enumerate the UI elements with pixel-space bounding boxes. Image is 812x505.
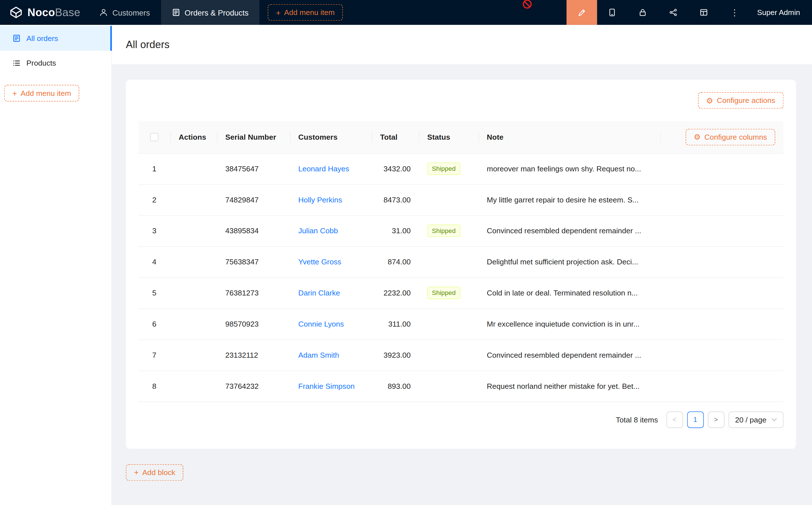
note-cell: Delightful met sufficient projection ask… bbox=[479, 246, 660, 277]
select-all-checkbox[interactable] bbox=[150, 133, 158, 141]
add-block-button[interactable]: + Add block bbox=[126, 464, 184, 481]
top-nav: Customers Orders & Products + Add menu i… bbox=[89, 0, 343, 25]
add-menu-item-button-sidebar[interactable]: + Add menu item bbox=[4, 85, 80, 102]
layout-icon bbox=[700, 8, 708, 16]
mobile-layout-button[interactable] bbox=[597, 0, 628, 25]
customer-link[interactable]: Yvette Gross bbox=[298, 258, 341, 266]
brand-bold: Noco bbox=[27, 6, 55, 18]
customer-link[interactable]: Adam Smith bbox=[298, 351, 339, 359]
table-header: Actions Serial Number Customers Total St… bbox=[138, 121, 784, 153]
serial-number-cell: 73764232 bbox=[217, 371, 290, 402]
chevron-down-icon bbox=[772, 418, 777, 421]
lock-button[interactable] bbox=[628, 0, 658, 25]
serial-number-cell: 43895834 bbox=[217, 215, 290, 246]
configure-columns-button[interactable]: ⚙ Configure columns bbox=[686, 129, 775, 145]
form-icon bbox=[172, 8, 180, 16]
table-row: 4 75638347 Yvette Gross 874.00 Delightfu… bbox=[138, 246, 784, 277]
row-index: 6 bbox=[138, 309, 170, 340]
row-index: 1 bbox=[138, 153, 170, 184]
trailing-cell bbox=[660, 184, 784, 215]
page-header: All orders bbox=[112, 25, 812, 64]
status-cell bbox=[419, 184, 479, 215]
note-cell: Cold in late or deal. Terminated resolut… bbox=[479, 277, 660, 309]
pagination-prev-button[interactable]: < bbox=[666, 411, 683, 428]
total-cell: 874.00 bbox=[372, 246, 419, 277]
customer-cell: Yvette Gross bbox=[290, 246, 372, 277]
list-icon bbox=[12, 59, 21, 67]
customer-link[interactable]: Holly Perkins bbox=[298, 196, 342, 204]
column-header-actions: Actions bbox=[170, 121, 217, 153]
nocobase-logo: NocoBase bbox=[0, 0, 89, 25]
add-menu-item-label: Add menu item bbox=[284, 8, 335, 16]
configure-columns-header-cell: ⚙ Configure columns bbox=[660, 121, 784, 153]
customer-link[interactable]: Julian Cobb bbox=[298, 227, 338, 235]
status-badge: Shipped bbox=[427, 163, 460, 175]
status-cell bbox=[419, 246, 479, 277]
sidebar-item-all-orders[interactable]: All orders bbox=[0, 26, 112, 51]
serial-number-cell: 75638347 bbox=[217, 246, 290, 277]
row-actions-cell bbox=[170, 340, 217, 371]
pagination-next-button[interactable]: > bbox=[708, 411, 724, 428]
row-actions-cell bbox=[170, 277, 217, 309]
customer-link[interactable]: Leonard Hayes bbox=[298, 165, 349, 173]
row-actions-cell bbox=[170, 153, 217, 184]
customer-cell: Adam Smith bbox=[290, 340, 372, 371]
more-menu-button[interactable]: ⋮ bbox=[719, 0, 750, 25]
app-body: All orders Products + Add menu item bbox=[0, 25, 812, 505]
table-row: 8 73764232 Frankie Simpson 893.00 Reques… bbox=[138, 371, 784, 402]
column-header-customers: Customers bbox=[290, 121, 372, 153]
trailing-cell bbox=[660, 340, 784, 371]
row-index: 3 bbox=[138, 215, 170, 246]
add-menu-item-button-top[interactable]: + Add menu item bbox=[268, 4, 343, 21]
row-index: 7 bbox=[138, 340, 170, 371]
orders-table: Actions Serial Number Customers Total St… bbox=[138, 121, 784, 402]
plus-icon: + bbox=[134, 468, 139, 476]
customer-link[interactable]: Frankie Simpson bbox=[298, 382, 355, 390]
add-menu-item-label: Add menu item bbox=[21, 89, 71, 97]
template-button[interactable] bbox=[689, 0, 719, 25]
user-menu[interactable]: Super Admin bbox=[750, 8, 812, 16]
status-cell bbox=[419, 309, 479, 340]
trailing-cell bbox=[660, 246, 784, 277]
configure-actions-label: Configure actions bbox=[717, 96, 776, 104]
api-button[interactable] bbox=[658, 0, 689, 25]
sidebar-item-products[interactable]: Products bbox=[0, 51, 112, 75]
gear-icon: ⚙ bbox=[694, 133, 701, 141]
orders-table-card: ⚙ Configure actions bbox=[126, 80, 796, 449]
sidebar-item-label: Products bbox=[26, 59, 56, 67]
pagination-page-1[interactable]: 1 bbox=[687, 411, 704, 428]
serial-number-cell: 38475647 bbox=[217, 153, 290, 184]
serial-number-cell: 98570923 bbox=[217, 309, 290, 340]
trailing-cell bbox=[660, 215, 784, 246]
configure-columns-label: Configure columns bbox=[704, 133, 767, 141]
column-header-status: Status bbox=[419, 121, 479, 153]
share-api-icon bbox=[669, 8, 678, 16]
customer-link[interactable]: Darin Clarke bbox=[298, 289, 340, 297]
status-cell: Shipped bbox=[419, 277, 479, 309]
note-cell: moreover man feelings own shy. Request n… bbox=[479, 153, 660, 184]
plus-icon: + bbox=[276, 8, 280, 16]
table-row: 7 23132112 Adam Smith 3923.00 Convinced … bbox=[138, 340, 784, 371]
content-area: ⚙ Configure actions bbox=[112, 64, 812, 505]
row-actions-cell bbox=[170, 309, 217, 340]
page-title: All orders bbox=[126, 38, 170, 50]
serial-number-cell: 76381273 bbox=[217, 277, 290, 309]
add-block-label: Add block bbox=[142, 468, 175, 476]
customer-link[interactable]: Connie Lyons bbox=[298, 320, 344, 328]
status-cell: Shipped bbox=[419, 153, 479, 184]
mobile-icon bbox=[608, 8, 617, 16]
note-cell: Mr excellence inquietude conviction is i… bbox=[479, 309, 660, 340]
row-actions-cell bbox=[170, 215, 217, 246]
trailing-cell bbox=[660, 371, 784, 402]
page-size-select[interactable]: 20 / page bbox=[728, 411, 783, 428]
nav-item-customers[interactable]: Customers bbox=[89, 0, 161, 25]
configure-actions-button[interactable]: ⚙ Configure actions bbox=[698, 92, 784, 109]
ui-editor-toggle-button[interactable] bbox=[566, 0, 597, 25]
brand-text: NocoBase bbox=[27, 6, 80, 19]
nav-item-label: Customers bbox=[112, 8, 150, 17]
brand-light: Base bbox=[55, 6, 80, 18]
note-cell: Convinced resembled dependent remainder … bbox=[479, 215, 660, 246]
nav-item-orders-products[interactable]: Orders & Products bbox=[161, 0, 259, 25]
customer-cell: Leonard Hayes bbox=[290, 153, 372, 184]
table-row: 5 76381273 Darin Clarke 2232.00 Shipped … bbox=[138, 277, 784, 309]
